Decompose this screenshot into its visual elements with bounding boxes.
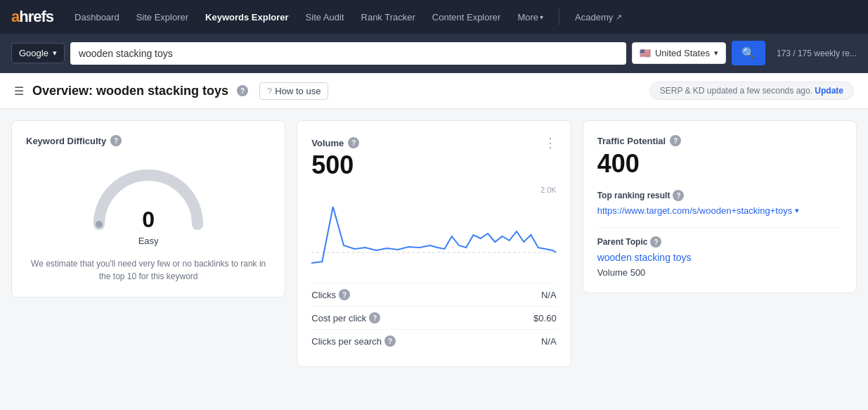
nav-more[interactable]: More ▾ (510, 9, 550, 25)
serp-notice: SERP & KD updated a few seconds ago. Upd… (649, 82, 854, 100)
metric-clicks-per-search: Clicks per search ? N/A (311, 329, 556, 352)
nav-divider (559, 8, 559, 25)
kd-card-title: Keyword Difficulty ? (26, 135, 271, 146)
clicks-help-icon[interactable]: ? (339, 289, 350, 300)
parent-topic-volume: Volume 500 (597, 267, 646, 278)
nav-content-explorer[interactable]: Content Explorer (425, 9, 508, 25)
chart-y-label: 2.0K (540, 186, 557, 194)
metric-clicks: Clicks ? N/A (311, 283, 556, 306)
nav-site-audit[interactable]: Site Audit (299, 9, 351, 25)
volume-value: 500 (311, 150, 556, 180)
dropdown-icon: ▾ (795, 206, 799, 215)
volume-chart: 2.0K (311, 186, 556, 277)
country-flag-icon: 🇺🇸 (640, 48, 651, 58)
parent-topic-link[interactable]: wooden stacking toys (597, 252, 842, 263)
question-icon: ? (267, 86, 272, 96)
external-link-icon: ↗ (616, 13, 622, 22)
traffic-value: 400 (597, 149, 842, 179)
overview-header: ☰ Overview: wooden stacking toys ? ? How… (0, 73, 868, 109)
svg-point-0 (96, 221, 103, 228)
keyword-difficulty-card: Keyword Difficulty ? 0 Easy We estimate … (11, 120, 285, 297)
country-select[interactable]: 🇺🇸 United States ▾ (632, 42, 726, 64)
cps-value: N/A (541, 336, 557, 347)
parent-topic-help[interactable]: ? (650, 236, 661, 248)
nav-rank-tracker[interactable]: Rank Tracker (354, 9, 422, 25)
search-button[interactable]: 🔍 (732, 41, 765, 65)
top-ranking-help[interactable]: ? (673, 190, 684, 201)
kd-help-icon[interactable]: ? (110, 135, 122, 146)
traffic-potential-card: Traffic Potential ? 400 Top ranking resu… (583, 120, 857, 293)
chevron-down-icon: ▾ (53, 49, 57, 58)
volume-card: Volume ? ⋮ 500 2.0K Clicks ? N/A (297, 120, 571, 367)
nav-site-explorer[interactable]: Site Explorer (129, 9, 195, 25)
volume-help-icon[interactable]: ? (348, 137, 359, 148)
update-link[interactable]: Update (815, 86, 843, 96)
metric-cpc: Cost per click ? $0.60 (311, 306, 556, 329)
navbar: ahrefs Dashboard Site Explorer Keywords … (0, 0, 868, 34)
overview-help-icon[interactable]: ? (237, 85, 248, 96)
how-to-use-button[interactable]: ? How to use (259, 82, 328, 100)
nav-dashboard[interactable]: Dashboard (67, 9, 127, 25)
search-input[interactable] (70, 42, 626, 65)
weekly-credits: 173 / 175 weekly re... (777, 49, 857, 58)
cpc-value: $0.60 (533, 313, 557, 323)
kd-value: 0 (142, 207, 155, 233)
volume-chart-svg (311, 186, 556, 270)
volume-title: Volume ? (311, 137, 359, 148)
search-icon: 🔍 (741, 46, 756, 60)
traffic-help-icon[interactable]: ? (670, 135, 681, 146)
top-ranking-label: Top ranking result ? (597, 190, 842, 201)
engine-select[interactable]: Google ▾ (11, 43, 65, 63)
parent-topic-label: Parent Topic ? (597, 236, 842, 248)
nav-keywords-explorer[interactable]: Keywords Explorer (198, 9, 296, 25)
search-bar: Google ▾ 🇺🇸 United States ▾ 🔍 173 / 175 … (0, 34, 868, 73)
cpc-help-icon[interactable]: ? (369, 312, 380, 323)
engine-label: Google (19, 48, 48, 58)
clicks-value: N/A (541, 290, 557, 300)
logo[interactable]: ahrefs (11, 8, 53, 26)
traffic-card-title: Traffic Potential ? (597, 135, 842, 146)
chevron-down-icon: ▾ (540, 13, 543, 21)
cps-help-icon[interactable]: ? (384, 335, 396, 347)
main-content: Keyword Difficulty ? 0 Easy We estimate … (0, 109, 868, 378)
overview-title: Overview: wooden stacking toys (32, 84, 228, 98)
how-to-use-label: How to use (275, 86, 320, 96)
country-label: United States (655, 48, 710, 58)
nav-academy[interactable]: Academy ↗ (568, 9, 629, 25)
volume-menu-icon[interactable]: ⋮ (544, 135, 557, 150)
card-divider (597, 227, 842, 228)
top-ranking-link[interactable]: https://www.target.com/s/wooden+stacking… (597, 205, 842, 216)
chevron-down-icon: ▾ (714, 49, 718, 58)
menu-icon[interactable]: ☰ (14, 84, 24, 98)
gauge-container: 0 Easy (26, 158, 271, 246)
kd-label: Easy (138, 236, 159, 246)
kd-description: We estimate that you'll need very few or… (26, 257, 271, 283)
volume-header: Volume ? ⋮ (311, 135, 556, 150)
